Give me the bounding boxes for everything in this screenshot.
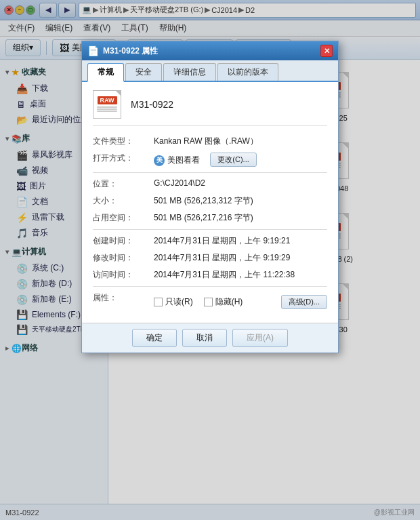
attr-hidden-checkbox[interactable] [204,298,213,306]
attr-readonly-item[interactable]: 只读(R) [154,296,193,308]
size-label: 大小： [93,195,154,207]
apply-button[interactable]: 应用(A) [232,329,288,347]
filetype-value: Kankan RAW 图像（.RAW） [154,136,327,147]
attr-value: 只读(R) 隐藏(H) 高级(D)... [154,292,327,309]
prop-divider-2 [93,229,327,230]
openwith-label: 打开方式： [93,153,154,164]
advanced-button[interactable]: 高级(D)... [281,295,327,309]
accessed-label: 访问时间： [93,269,154,281]
attr-label: 属性： [93,292,154,304]
dialog-footer: 确定 取消 应用(A) [82,323,338,353]
prop-divider-1 [93,172,327,173]
modal-overlay: 📄 M31-0922 属性 ✕ 常规 安全 详细信息 以前的版本 RAW [0,0,420,520]
dialog-title-icon: 📄 [87,45,99,56]
open-with-app: 美 美图看看 [154,155,200,166]
raw-badge: RAW [98,96,117,104]
size-value: 501 MB (526,213,312 字节) [154,195,327,207]
cancel-button[interactable]: 取消 [182,329,227,347]
filetype-label: 文件类型： [93,136,154,147]
modified-label: 修改时间： [93,252,154,264]
prop-row-disksize: 占用空间： 501 MB (526,217,216 字节) [93,212,327,224]
dialog-tab-general[interactable]: 常规 [87,63,124,82]
properties-dialog: 📄 M31-0922 属性 ✕ 常规 安全 详细信息 以前的版本 RAW [81,41,339,353]
dialog-tabs: 常规 安全 详细信息 以前的版本 [82,60,338,82]
location-value: G:\CJ2014\D2 [154,178,327,188]
raw-lines [97,106,117,113]
dialog-title-text: M31-0922 属性 [103,45,320,57]
dialog-tab-security[interactable]: 安全 [125,63,162,81]
created-value: 2014年7月31日 星期四，上午 9:19:21 [154,235,327,247]
app-icon: 美 [154,155,165,166]
prop-row-accessed: 访问时间： 2014年7月31日 星期四，上午 11:22:38 [93,269,327,281]
dialog-tab-details[interactable]: 详细信息 [163,63,216,81]
accessed-value: 2014年7月31日 星期四，上午 11:22:38 [154,269,327,281]
prop-row-openwith: 打开方式： 美 美图看看 更改(C)... [93,153,327,167]
dialog-tab-previous[interactable]: 以前的版本 [217,63,278,81]
attr-readonly-checkbox[interactable] [154,298,163,306]
prop-row-filetype: 文件类型： Kankan RAW 图像（.RAW） [93,136,327,147]
location-label: 位置： [93,178,154,190]
prop-row-location: 位置： G:\CJ2014\D2 [93,178,327,190]
dialog-file-header: RAW M31-0922 [93,90,327,126]
disksize-value: 501 MB (526,217,216 字节) [154,212,327,224]
prop-row-size: 大小： 501 MB (526,213,312 字节) [93,195,327,207]
created-label: 创建时间： [93,235,154,247]
dialog-body: RAW M31-0922 文件类型： Kankan RAW 图像（.RAW） 打… [82,82,338,323]
prop-row-modified: 修改时间： 2014年7月31日 星期四，上午 9:19:29 [93,252,327,264]
openwith-value: 美 美图看看 更改(C)... [154,153,327,167]
dialog-filename: M31-0922 [131,99,173,110]
attr-row: 只读(R) 隐藏(H) 高级(D)... [154,295,327,309]
disksize-label: 占用空间： [93,212,154,224]
modified-value: 2014年7月31日 星期四，上午 9:19:29 [154,252,327,264]
dialog-close-button[interactable]: ✕ [320,45,333,57]
ok-button[interactable]: 确定 [132,329,177,347]
prop-row-attr: 属性： 只读(R) 隐藏(H) 高级(D)... [93,292,327,309]
prop-divider-3 [93,286,327,287]
attr-hidden-item[interactable]: 隐藏(H) [204,296,243,308]
prop-row-created: 创建时间： 2014年7月31日 星期四，上午 9:19:21 [93,235,327,247]
dialog-titlebar: 📄 M31-0922 属性 ✕ [82,41,338,60]
dialog-file-icon: RAW [93,90,121,119]
change-button[interactable]: 更改(C)... [210,153,256,167]
